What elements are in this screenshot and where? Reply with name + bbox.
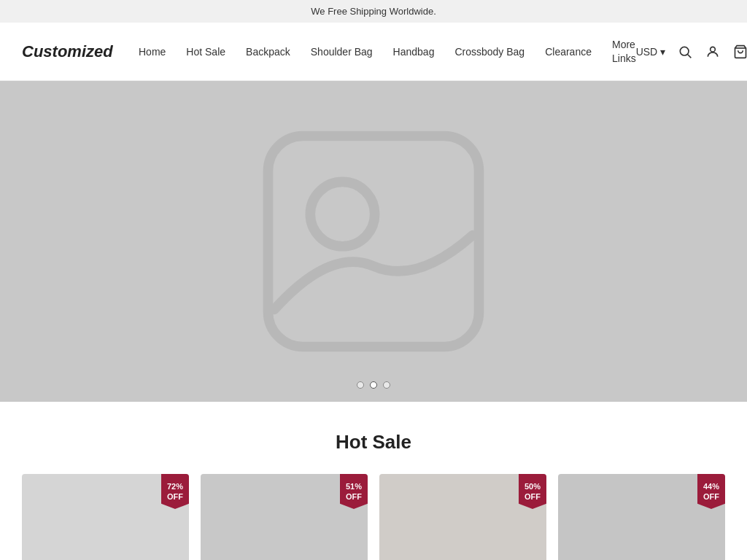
- discount-badge-1: 72% OFF: [161, 474, 189, 509]
- nav-home[interactable]: Home: [139, 46, 166, 58]
- hero-slideshow: [0, 81, 747, 402]
- nav-backpack[interactable]: Backpack: [246, 46, 290, 58]
- currency-chevron-icon: ▾: [660, 46, 665, 58]
- nav-more-links[interactable]: More Links: [612, 38, 636, 64]
- nav-handbag[interactable]: Handbag: [393, 46, 435, 58]
- logo[interactable]: Customized: [22, 42, 139, 61]
- hero-image-placeholder: [249, 117, 498, 365]
- currency-value: USD: [636, 46, 658, 58]
- discount-badge-2: 51% OFF: [340, 474, 368, 509]
- discount-off-4: OFF: [703, 491, 719, 502]
- discount-percent-3: 50%: [525, 481, 541, 491]
- products-grid: 72% OFF 51% OFF 50% OFF 44% OFF: [22, 474, 725, 560]
- svg-rect-4: [268, 136, 479, 347]
- svg-point-2: [711, 47, 716, 52]
- announcement-bar: We Free Shipping Worldwide.: [0, 0, 747, 23]
- hot-sale-title: Hot Sale: [22, 431, 725, 454]
- hot-sale-section: Hot Sale 72% OFF 51% OFF 50% OFF: [0, 402, 747, 560]
- slide-dot-2[interactable]: [370, 381, 377, 389]
- cart-button[interactable]: [732, 44, 747, 60]
- discount-off-3: OFF: [525, 491, 541, 502]
- header-right: USD ▾: [636, 44, 747, 60]
- product-card-4[interactable]: 44% OFF: [558, 474, 725, 560]
- nav-clearance[interactable]: Clearance: [545, 46, 592, 58]
- product-card-1[interactable]: 72% OFF: [22, 474, 189, 560]
- search-button[interactable]: [677, 44, 693, 60]
- nav-hot-sale[interactable]: Hot Sale: [186, 46, 225, 58]
- nav-more-line1: More: [612, 38, 636, 51]
- placeholder-icon: [249, 117, 498, 365]
- currency-selector[interactable]: USD ▾: [636, 46, 666, 58]
- discount-percent-2: 51%: [346, 481, 362, 491]
- svg-line-1: [688, 54, 692, 58]
- product-card-2[interactable]: 51% OFF: [201, 474, 368, 560]
- nav-more-line2: Links: [612, 52, 636, 65]
- discount-off-1: OFF: [167, 491, 183, 502]
- slideshow-dots: [357, 381, 390, 389]
- header: Customized Home Hot Sale Backpack Should…: [0, 23, 747, 81]
- svg-point-0: [681, 47, 689, 55]
- discount-percent-1: 72%: [167, 481, 183, 491]
- nav-crossbody-bag[interactable]: Crossbody Bag: [454, 46, 525, 58]
- svg-point-5: [310, 182, 374, 246]
- discount-badge-4: 44% OFF: [697, 474, 725, 509]
- nav-shoulder-bag[interactable]: Shoulder Bag: [311, 46, 373, 58]
- slide-dot-1[interactable]: [357, 381, 364, 389]
- slide-dot-3[interactable]: [383, 381, 390, 389]
- discount-percent-4: 44%: [703, 481, 719, 491]
- account-button[interactable]: [705, 44, 721, 60]
- discount-off-2: OFF: [346, 491, 362, 502]
- main-nav: Home Hot Sale Backpack Shoulder Bag Hand…: [139, 38, 636, 64]
- announcement-text: We Free Shipping Worldwide.: [311, 6, 436, 17]
- discount-badge-3: 50% OFF: [519, 474, 546, 509]
- product-card-3[interactable]: 50% OFF: [379, 474, 546, 560]
